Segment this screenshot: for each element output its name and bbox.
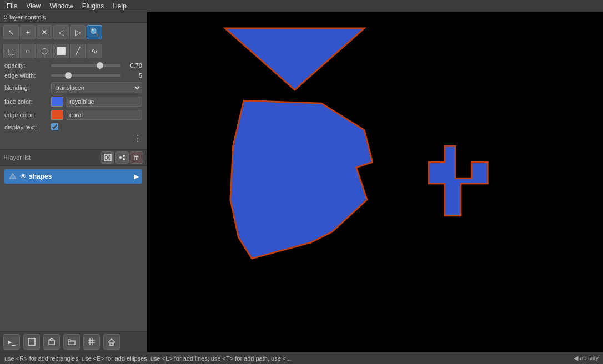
main-canvas[interactable] xyxy=(147,12,603,352)
path-btn[interactable]: ∿ xyxy=(87,44,102,58)
opacity-slider[interactable] xyxy=(51,64,120,67)
layer-name: shapes xyxy=(29,173,132,180)
layer-items-container: 👁 shapes ▶ xyxy=(0,166,147,187)
blending-row: blending: translucen opaque additive xyxy=(0,80,147,95)
canvas-background xyxy=(155,12,595,352)
menu-plugins[interactable]: Plugins xyxy=(78,1,108,11)
layer-list-panel: ⠿ layer list xyxy=(0,150,147,331)
3d-view-btn[interactable] xyxy=(43,334,60,350)
edge-color-row: edge color: coral xyxy=(0,108,147,122)
edge-width-thumb[interactable] xyxy=(65,72,72,79)
activity-label[interactable]: ◀ activity xyxy=(574,355,599,362)
three-dot-menu[interactable]: ⋮ xyxy=(0,132,147,145)
menu-help[interactable]: Help xyxy=(108,1,131,11)
left-panel: ⠿ layer controls ↖ + ✕ ◁ ▷ 🔍 ⬚ ○ ⬡ ⬜ ╱ ∿ xyxy=(0,12,147,352)
new-points-icon xyxy=(118,154,126,161)
opacity-label: opacity: xyxy=(4,62,49,69)
edge-color-label: edge color: xyxy=(4,112,49,118)
svg-rect-13 xyxy=(110,343,113,345)
display-text-checkbox[interactable] xyxy=(51,123,58,130)
svg-point-4 xyxy=(123,158,125,160)
edge-color-swatch[interactable] xyxy=(51,110,63,120)
drag-handle2-icon: ⠿ xyxy=(3,155,7,161)
layer-list-header: ⠿ layer list xyxy=(0,150,147,166)
face-color-row: face color: royalblue xyxy=(0,95,147,108)
3d-view-icon xyxy=(47,337,56,346)
svg-point-1 xyxy=(106,156,109,159)
face-color-name[interactable]: royalblue xyxy=(66,97,142,107)
zoom-tool-btn[interactable]: 🔍 xyxy=(87,25,102,39)
menu-view[interactable]: View xyxy=(22,1,45,11)
statusbar: use <R> for add rectangles, use <E> for … xyxy=(0,352,603,364)
svg-rect-0 xyxy=(104,154,111,161)
home-btn[interactable] xyxy=(103,334,120,350)
select-left-btn[interactable]: ◁ xyxy=(53,25,69,39)
grid-btn[interactable] xyxy=(83,334,100,350)
main-area: ⠿ layer controls ↖ + ✕ ◁ ▷ 🔍 ⬚ ○ ⬡ ⬜ ╱ ∿ xyxy=(0,12,603,352)
grid-icon xyxy=(87,337,96,346)
svg-point-2 xyxy=(119,156,122,159)
polygon-select-btn[interactable]: ⬡ xyxy=(37,44,52,58)
display-text-row: display text: xyxy=(0,122,147,132)
face-color-swatch[interactable] xyxy=(51,97,63,107)
face-color-label: face color: xyxy=(4,98,49,105)
tools-row-1: ↖ + ✕ ◁ ▷ 🔍 xyxy=(0,23,147,42)
add-tool-btn[interactable]: + xyxy=(20,25,36,39)
opacity-thumb[interactable] xyxy=(97,62,103,69)
edge-width-value: 5 xyxy=(123,72,142,79)
svg-rect-7 xyxy=(49,340,54,345)
edge-width-slider[interactable] xyxy=(51,74,120,77)
blending-label: blending: xyxy=(4,84,49,91)
bottom-toolbar: ▶_ xyxy=(0,331,147,352)
edge-color-name[interactable]: coral xyxy=(66,110,142,120)
display-text-checkbox-area xyxy=(51,123,58,130)
layer-controls-panel: ⠿ layer controls ↖ + ✕ ◁ ▷ 🔍 ⬚ ○ ⬡ ⬜ ╱ ∿ xyxy=(0,12,147,150)
terminal-btn[interactable]: ▶_ xyxy=(3,334,20,350)
svg-point-3 xyxy=(123,155,125,157)
folder-icon xyxy=(67,337,76,346)
display-text-label: display text: xyxy=(4,124,49,130)
blending-select[interactable]: translucen opaque additive xyxy=(51,82,142,93)
edge-width-label: edge width: xyxy=(4,72,49,79)
menu-file[interactable]: File xyxy=(2,1,22,11)
transform-btn[interactable]: ⬜ xyxy=(53,44,69,58)
edge-width-row: edge width: 5 xyxy=(0,70,147,80)
canvas-area[interactable] xyxy=(147,12,603,352)
layer-controls-title: layer controls xyxy=(9,14,46,21)
rect-select-btn[interactable]: ⬚ xyxy=(3,44,19,58)
menubar: File View Window Plugins Help xyxy=(0,0,603,12)
home-icon xyxy=(107,337,116,346)
opacity-row: opacity: 0.70 xyxy=(0,60,147,70)
layer-type-icon xyxy=(8,171,18,181)
select-right-btn[interactable]: ▷ xyxy=(70,25,86,39)
delete-layer-btn[interactable]: 🗑 xyxy=(130,151,143,164)
folder-btn[interactable] xyxy=(63,334,80,350)
layer-list-controls: 🗑 xyxy=(101,151,143,164)
menu-window[interactable]: Window xyxy=(45,1,78,11)
delete-tool-btn[interactable]: ✕ xyxy=(37,25,52,39)
new-shapes-icon xyxy=(104,154,112,161)
status-message: use <R> for add rectangles, use <E> for … xyxy=(4,355,574,362)
layer-item-shapes[interactable]: 👁 shapes ▶ xyxy=(4,169,142,184)
square-view-icon xyxy=(27,337,36,346)
tools-row-2: ⬚ ○ ⬡ ⬜ ╱ ∿ xyxy=(0,42,147,60)
line-btn[interactable]: ╱ xyxy=(70,44,86,58)
ellipse-select-btn[interactable]: ○ xyxy=(20,44,36,58)
drag-handle-icon: ⠿ xyxy=(3,14,7,21)
svg-rect-6 xyxy=(28,338,35,345)
layer-visibility-toggle[interactable]: 👁 xyxy=(20,173,27,180)
opacity-value: 0.70 xyxy=(123,62,142,69)
square-view-btn[interactable] xyxy=(23,334,40,350)
layer-list-title: layer list xyxy=(8,154,31,161)
new-shapes-btn[interactable] xyxy=(101,151,114,164)
svg-marker-5 xyxy=(9,173,16,179)
move-tool-btn[interactable]: ↖ xyxy=(3,25,19,39)
new-points-btn[interactable] xyxy=(115,151,129,164)
layer-controls-header: ⠿ layer controls xyxy=(0,12,147,23)
layer-expand-arrow[interactable]: ▶ xyxy=(134,173,139,180)
